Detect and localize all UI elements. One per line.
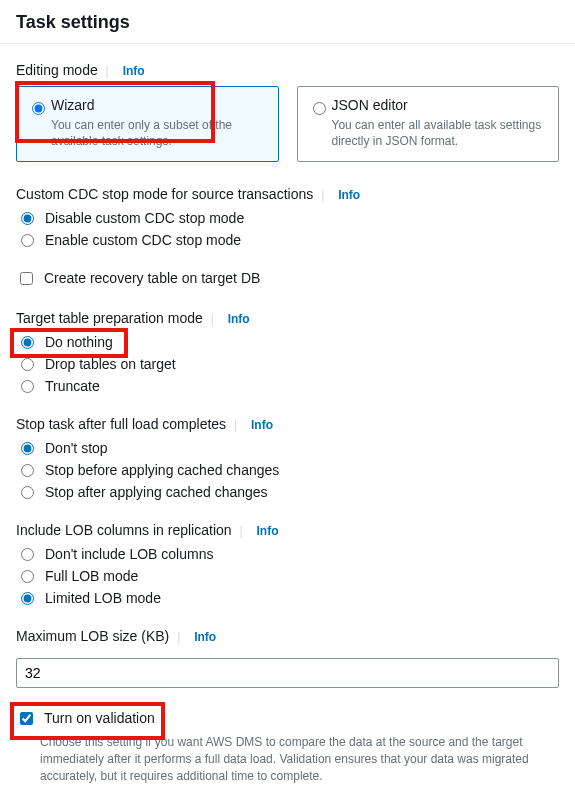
wizard-radio[interactable] [32,102,45,115]
editing-mode-info-link[interactable]: Info [123,64,145,78]
lob-full-radio[interactable] [21,570,34,583]
stop-task-dont-radio[interactable] [21,442,34,455]
max-lob-input[interactable] [16,658,559,688]
cdc-info-link[interactable]: Info [338,188,360,202]
validation-option[interactable]: Turn on validation [16,710,559,728]
lob-limited-radio[interactable] [21,592,34,605]
target-prep-drop-option[interactable]: Drop tables on target [16,356,559,372]
editing-mode-section: Editing mode | Info Wizard You can enter… [16,62,559,162]
cdc-enable-option[interactable]: Enable custom CDC stop mode [16,232,559,248]
recovery-checkbox[interactable] [20,272,33,285]
lob-label-text: Include LOB columns in replication [16,522,232,538]
max-lob-label: Maximum LOB size (KB) | Info [16,628,559,644]
json-title: JSON editor [332,97,547,113]
stop-task-after-option[interactable]: Stop after applying cached changes [16,484,559,500]
editing-mode-label: Editing mode | Info [16,62,559,78]
target-prep-info-link[interactable]: Info [228,312,250,326]
cdc-label-text: Custom CDC stop mode for source transact… [16,186,313,202]
target-prep-truncate-option[interactable]: Truncate [16,378,559,394]
lob-info-link[interactable]: Info [256,524,278,538]
stop-task-before-radio[interactable] [21,464,34,477]
validation-checkbox[interactable] [20,712,33,725]
lob-none-text: Don't include LOB columns [45,546,213,562]
target-prep-section: Target table preparation mode | Info Do … [16,310,559,394]
page-title: Task settings [16,12,559,33]
validation-text: Turn on validation [44,710,155,726]
editing-mode-label-text: Editing mode [16,62,98,78]
recovery-section: Create recovery table on target DB [16,270,559,288]
target-prep-truncate-text: Truncate [45,378,100,394]
target-prep-label-text: Target table preparation mode [16,310,203,326]
wizard-title: Wizard [51,97,266,113]
max-lob-section: Maximum LOB size (KB) | Info [16,628,559,688]
title-separator [0,43,575,44]
target-prep-label: Target table preparation mode | Info [16,310,559,326]
cdc-disable-text: Disable custom CDC stop mode [45,210,244,226]
lob-none-option[interactable]: Don't include LOB columns [16,546,559,562]
json-radio[interactable] [313,102,326,115]
lob-label: Include LOB columns in replication | Inf… [16,522,559,538]
lob-limited-option[interactable]: Limited LOB mode [16,590,559,606]
cdc-enable-text: Enable custom CDC stop mode [45,232,241,248]
stop-task-after-text: Stop after applying cached changes [45,484,268,500]
json-desc: You can enter all available task setting… [332,117,547,149]
max-lob-label-text: Maximum LOB size (KB) [16,628,169,644]
cdc-section: Custom CDC stop mode for source transact… [16,186,559,248]
target-prep-donothing-text: Do nothing [45,334,113,350]
stop-task-dont-text: Don't stop [45,440,108,456]
lob-none-radio[interactable] [21,548,34,561]
stop-task-after-radio[interactable] [21,486,34,499]
target-prep-truncate-radio[interactable] [21,380,34,393]
target-prep-drop-text: Drop tables on target [45,356,176,372]
stop-task-before-text: Stop before applying cached changes [45,462,279,478]
cdc-disable-option[interactable]: Disable custom CDC stop mode [16,210,559,226]
wizard-desc: You can enter only a subset of the avail… [51,117,266,149]
validation-help: Choose this setting if you want AWS DMS … [40,734,559,784]
stop-task-info-link[interactable]: Info [251,418,273,432]
stop-task-label-text: Stop task after full load completes [16,416,226,432]
recovery-option[interactable]: Create recovery table on target DB [16,270,559,288]
recovery-text: Create recovery table on target DB [44,270,260,286]
max-lob-info-link[interactable]: Info [194,630,216,644]
lob-full-option[interactable]: Full LOB mode [16,568,559,584]
editing-mode-card-wizard[interactable]: Wizard You can enter only a subset of th… [16,86,279,162]
stop-task-dont-option[interactable]: Don't stop [16,440,559,456]
editing-mode-card-json[interactable]: JSON editor You can enter all available … [297,86,560,162]
lob-section: Include LOB columns in replication | Inf… [16,522,559,606]
stop-task-before-option[interactable]: Stop before applying cached changes [16,462,559,478]
lob-full-text: Full LOB mode [45,568,138,584]
cdc-disable-radio[interactable] [21,212,34,225]
stop-task-label: Stop task after full load completes | In… [16,416,559,432]
lob-limited-text: Limited LOB mode [45,590,161,606]
target-prep-donothing-radio[interactable] [21,336,34,349]
validation-section: Turn on validation Choose this setting i… [16,710,559,784]
cdc-label: Custom CDC stop mode for source transact… [16,186,559,202]
target-prep-donothing-option[interactable]: Do nothing [16,334,559,350]
stop-task-section: Stop task after full load completes | In… [16,416,559,500]
target-prep-drop-radio[interactable] [21,358,34,371]
cdc-enable-radio[interactable] [21,234,34,247]
